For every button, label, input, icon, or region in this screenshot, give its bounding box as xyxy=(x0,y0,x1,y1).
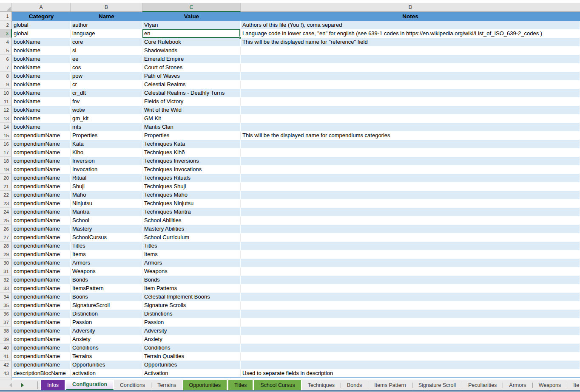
row-header-16[interactable]: 16 xyxy=(0,140,12,148)
cell-B4[interactable]: core xyxy=(71,38,142,46)
cell-A42[interactable]: compendiumName xyxy=(12,361,71,369)
cell-A7[interactable]: bookName xyxy=(12,63,71,72)
cell-D34[interactable] xyxy=(241,293,580,301)
cell-D4[interactable]: This will be the displayed name for "ref… xyxy=(241,38,580,46)
cell-D35[interactable] xyxy=(241,301,580,310)
cell-C34[interactable]: Celestial Implement Boons xyxy=(142,293,241,301)
cell-A39[interactable]: compendiumName xyxy=(12,335,71,344)
cell-C39[interactable]: Anxiety xyxy=(142,335,241,344)
cell-A28[interactable]: compendiumName xyxy=(12,242,71,250)
cell-A27[interactable]: compendiumName xyxy=(12,233,71,242)
cell-C37[interactable]: Passion xyxy=(142,318,241,327)
cell-D28[interactable] xyxy=(241,242,580,250)
cell-D2[interactable]: Authors of this file (You !), coma separ… xyxy=(241,21,580,29)
cell-B1[interactable]: Name xyxy=(71,12,142,21)
cell-C25[interactable]: School Abilities xyxy=(142,216,241,225)
cell-B7[interactable]: cos xyxy=(71,63,142,72)
cell-C26[interactable]: Mastery Abilities xyxy=(142,225,241,233)
row-header-13[interactable]: 13 xyxy=(0,114,12,123)
cell-A5[interactable]: bookName xyxy=(12,46,71,55)
cell-D15[interactable]: This will be the displayed name for comp… xyxy=(241,131,580,140)
cell-D31[interactable] xyxy=(241,267,580,276)
cell-D14[interactable] xyxy=(241,123,580,131)
cell-D41[interactable] xyxy=(241,352,580,361)
row-header-30[interactable]: 30 xyxy=(0,259,12,267)
column-header-D[interactable]: D xyxy=(241,3,580,11)
row-header-43[interactable]: 43 xyxy=(0,369,12,378)
cell-A14[interactable]: bookName xyxy=(12,123,71,131)
scroll-sheets-right-icon[interactable] xyxy=(21,383,24,387)
cell-C8[interactable]: Path of Waves xyxy=(142,72,241,80)
cell-C32[interactable]: Bonds xyxy=(142,276,241,284)
sheet-tab-techniques[interactable]: Techniques xyxy=(302,380,341,390)
sheet-tab-peculiarities[interactable]: Peculiarities xyxy=(462,380,503,390)
row-header-22[interactable]: 22 xyxy=(0,191,12,199)
cell-C22[interactable]: Techniques Mahõ xyxy=(142,191,241,199)
sheet-tab-terrains[interactable]: Terrains xyxy=(151,380,182,390)
cell-A3[interactable]: global xyxy=(12,29,71,38)
cell-C10[interactable]: Celestial Realms - Deathly Turns xyxy=(142,89,241,97)
cell-B8[interactable]: pow xyxy=(71,72,142,80)
cell-C28[interactable]: Titles xyxy=(142,242,241,250)
cell-B35[interactable]: SignatureScroll xyxy=(71,301,142,310)
cell-B18[interactable]: Inversion xyxy=(71,157,142,165)
row-header-29[interactable]: 29 xyxy=(0,250,12,259)
cell-D33[interactable] xyxy=(241,284,580,293)
cell-A6[interactable]: bookName xyxy=(12,55,71,63)
cell-C1[interactable]: Value xyxy=(142,12,241,21)
sheet-tab-opportunities[interactable]: Opportunities xyxy=(182,380,227,390)
cell-A21[interactable]: compendiumName xyxy=(12,182,71,191)
row-header-2[interactable]: 2 xyxy=(0,21,12,29)
row-header-36[interactable]: 36 xyxy=(0,310,12,318)
cell-D40[interactable] xyxy=(241,344,580,352)
cell-A13[interactable]: bookName xyxy=(12,114,71,123)
cell-C11[interactable]: Fields of Victory xyxy=(142,97,241,106)
cell-D6[interactable] xyxy=(241,55,580,63)
cell-B27[interactable]: SchoolCursus xyxy=(71,233,142,242)
cell-B21[interactable]: Shuji xyxy=(71,182,142,191)
cell-B13[interactable]: gm_kit xyxy=(71,114,142,123)
row-header-14[interactable]: 14 xyxy=(0,123,12,131)
cell-C13[interactable]: GM Kit xyxy=(142,114,241,123)
cell-D22[interactable] xyxy=(241,191,580,199)
row-header-33[interactable]: 33 xyxy=(0,284,12,293)
cell-D37[interactable] xyxy=(241,318,580,327)
cell-A1[interactable]: Category xyxy=(12,12,71,21)
cell-C23[interactable]: Techniques Ninjutsu xyxy=(142,199,241,208)
cell-D1[interactable]: Notes xyxy=(241,12,580,21)
cell-C38[interactable]: Adversity xyxy=(142,327,241,335)
cell-D27[interactable] xyxy=(241,233,580,242)
sheet-tab-conditions[interactable]: Conditions xyxy=(114,380,151,390)
cell-C19[interactable]: Techniques Invocations xyxy=(142,165,241,174)
column-header-B[interactable]: B xyxy=(71,3,142,11)
row-header-31[interactable]: 31 xyxy=(0,267,12,276)
cell-C15[interactable]: Properties xyxy=(142,131,241,140)
row-header-41[interactable]: 41 xyxy=(0,352,12,361)
cell-A19[interactable]: compendiumName xyxy=(12,165,71,174)
cell-B43[interactable]: activation xyxy=(71,369,142,378)
row-header-25[interactable]: 25 xyxy=(0,216,12,225)
cell-A33[interactable]: compendiumName xyxy=(12,284,71,293)
row-header-37[interactable]: 37 xyxy=(0,318,12,327)
select-all-corner[interactable] xyxy=(0,3,12,11)
cell-A12[interactable]: bookName xyxy=(12,106,71,114)
scroll-sheets-left-icon[interactable] xyxy=(9,383,12,387)
row-header-18[interactable]: 18 xyxy=(0,157,12,165)
cell-C43[interactable]: Activation xyxy=(142,369,241,378)
sheet-tab-bonds[interactable]: Bonds xyxy=(341,380,368,390)
sheet-tab-ite[interactable]: Ite xyxy=(567,380,580,390)
cell-B22[interactable]: Maho xyxy=(71,191,142,199)
cell-D3[interactable]: Language code in lower case, "en" for en… xyxy=(241,29,580,38)
cell-C3[interactable]: en xyxy=(142,29,241,38)
cell-C24[interactable]: Techniques Mantra xyxy=(142,208,241,216)
sheet-tab-items-pattern[interactable]: Items Pattern xyxy=(368,380,412,390)
cell-A30[interactable]: compendiumName xyxy=(12,259,71,267)
row-header-3[interactable]: 3 xyxy=(0,29,12,38)
cell-A4[interactable]: bookName xyxy=(12,38,71,46)
cell-C17[interactable]: Techniques Kihõ xyxy=(142,148,241,157)
row-header-12[interactable]: 12 xyxy=(0,106,12,114)
cell-B9[interactable]: cr xyxy=(71,80,142,89)
cell-D11[interactable] xyxy=(241,97,580,106)
cell-D7[interactable] xyxy=(241,63,580,72)
cell-C4[interactable]: Core Rulebook xyxy=(142,38,241,46)
